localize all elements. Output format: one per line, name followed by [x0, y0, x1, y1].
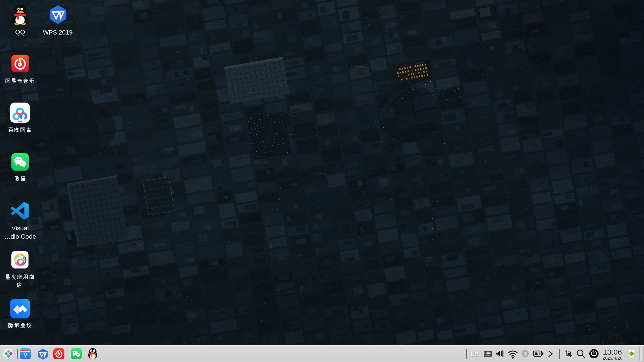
- svg-text:2023/4/20: 2023/4/20: [602, 356, 623, 361]
- svg-text:13:06: 13:06: [603, 348, 622, 356]
- svg-text:us: us: [471, 349, 479, 358]
